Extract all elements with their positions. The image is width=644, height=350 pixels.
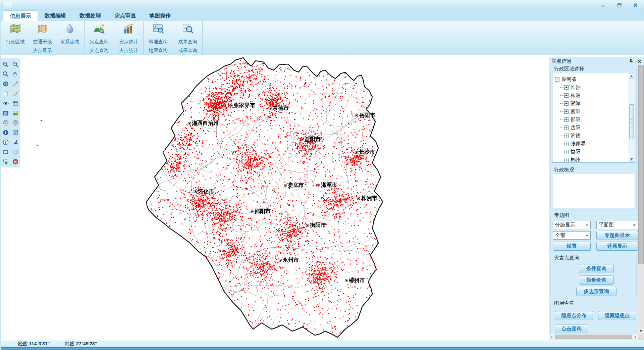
city-marker-icon [269,107,272,110]
ribbon-tab-row: 信息展示 数据编辑 数据处理 灾点审查 地图操作 [0,10,644,21]
expand-icon[interactable]: + [564,150,569,154]
geo-query-button[interactable]: 地理查询 [145,21,172,47]
identify-info-button[interactable] [1,128,10,137]
polygon-query-button[interactable]: 多边形查询 [576,287,616,296]
minimize-button[interactable] [597,1,609,9]
blank-page-button[interactable] [1,89,10,98]
tree-scrollbar[interactable] [629,73,634,162]
expand-icon[interactable]: + [564,134,569,138]
scroll-up-button[interactable] [629,73,634,79]
stray-disaster-point [41,120,42,121]
traffic-line-button[interactable]: 交通干线 [29,21,56,47]
hazard-distribution-button[interactable]: 隐患点分布 [555,311,593,320]
pin-icon[interactable] [629,59,634,64]
tree-node-city[interactable]: +湘潭 [560,99,633,107]
zoom-out-button[interactable] [10,59,20,69]
tree-node-city[interactable]: +株洲 [560,91,633,99]
category-select[interactable]: 全部 [553,231,591,240]
water-system-button[interactable]: 水系流域 [56,21,83,47]
select-feature-button[interactable] [1,157,10,166]
scroll-down-button[interactable] [638,329,644,334]
expand-icon[interactable]: + [564,158,569,162]
full-extent-globe-button[interactable] [1,79,10,89]
display-mode-select[interactable]: 分级显示 [553,221,591,229]
tab-data-process[interactable]: 数据处理 [73,10,108,21]
scroll-thumb[interactable] [638,65,644,264]
disaster-stats-button[interactable]: 灾点统计 [115,21,142,47]
overview-textarea[interactable] [552,174,635,208]
expand-icon[interactable]: + [564,109,569,114]
city-label: 永州市 [279,257,299,264]
scroll-thumb[interactable] [629,104,634,139]
select-feature-icon [2,158,9,165]
expand-icon[interactable]: + [564,126,569,130]
thematic-groupbox: 专题图 分级显示 平面图 全部 [550,212,638,253]
preview-eye-button[interactable] [1,98,10,108]
pan-hand-button[interactable] [10,69,20,79]
zoom-extent-icon [2,71,9,78]
clear-brush-button[interactable] [10,89,20,98]
panel-horizontal-scrollbar[interactable]: ‹ › [549,334,638,340]
print-button[interactable] [1,118,10,128]
tab-map-operation[interactable]: 地图操作 [143,10,177,21]
tree-node-city[interactable]: +张家界 [560,140,633,148]
tree-node-city[interactable]: +长沙 [560,83,633,91]
tab-disaster-review[interactable]: 灾点审查 [108,10,143,21]
scroll-right-button[interactable]: › [633,334,638,339]
panel-vertical-scrollbar[interactable] [638,65,644,334]
collapse-icon[interactable]: - [555,77,559,82]
tab-info-display[interactable]: 信息展示 [3,10,38,21]
close-toolbar-button[interactable] [10,157,20,166]
expand-icon[interactable]: + [564,93,569,98]
sketch-pen-button[interactable] [10,137,20,147]
tree-node-city[interactable]: +邵阳 [560,115,633,123]
condition-query-button[interactable]: 条件查询 [579,264,614,273]
zoom-in-button[interactable] [1,59,10,69]
thematic-show-button[interactable]: 专题图显示 [596,231,638,240]
print-color-button[interactable] [10,118,20,128]
scroll-thumb[interactable] [555,335,632,339]
restore-display-button[interactable]: 还原显示 [596,242,638,251]
tree-node-city[interactable]: +岳阳 [560,123,633,132]
expand-icon[interactable]: + [564,85,569,90]
map-canvas[interactable]: 张家界市常德市岳阳市湘西自治州益阳市长沙市娄底市湘潭市怀化市株洲市邵阳市衡阳市永… [145,57,385,339]
close-button[interactable] [630,1,641,9]
zoom-extent-button[interactable] [1,69,10,79]
admin-region-button[interactable]: 行政区域 [2,21,29,47]
tree-node-city[interactable]: +衡阳 [560,107,633,115]
expand-icon[interactable]: + [564,101,569,106]
tree-node-city[interactable]: +益阳 [560,148,633,156]
map-type-select[interactable]: 平面图 [596,221,638,229]
tree-node-root[interactable]: -湖南省 [555,75,633,83]
tree-node-city[interactable]: +常德 [560,132,633,140]
select-rectangle-button[interactable] [1,147,10,157]
help-button[interactable]: ? [1,137,10,147]
result-query-button[interactable]: 成果查询 [174,21,201,47]
latitude-readout: 纬度:27°49′28″ [65,341,97,347]
restore-button[interactable] [613,1,625,9]
select-ellipse-button[interactable] [10,147,20,157]
map-image-button[interactable] [10,108,20,118]
expand-icon[interactable]: + [564,117,569,122]
traffic-map-icon [37,23,49,35]
click-query-button[interactable]: 点击查询 [555,324,588,333]
settings-button[interactable]: 设置 [553,242,591,251]
rectangle-query-button[interactable]: 矩形查询 [579,276,614,285]
scroll-down-button[interactable] [629,157,634,162]
attribute-table-button[interactable] [10,98,20,108]
tree-node-label: 长沙 [571,84,581,91]
disaster-query-button[interactable]: 灾点查询 [86,21,113,47]
tree-node-city[interactable]: +郴州 [560,156,633,163]
measure-line-button[interactable] [10,79,20,89]
hide-hazard-button[interactable]: 隐藏隐患点 [598,311,636,320]
city-marker-icon [355,151,358,154]
expand-icon[interactable]: + [564,142,569,146]
quick-access-button[interactable] [2,2,12,8]
document-list-button[interactable] [10,128,20,137]
panel-close-icon[interactable] [637,59,642,63]
layer-window-button[interactable] [1,108,10,118]
button-label: 行政区域 [6,39,25,45]
scroll-left-button[interactable]: ‹ [549,334,554,339]
full-extent-globe-icon [2,81,9,87]
tab-data-edit[interactable]: 数据编辑 [38,10,73,21]
